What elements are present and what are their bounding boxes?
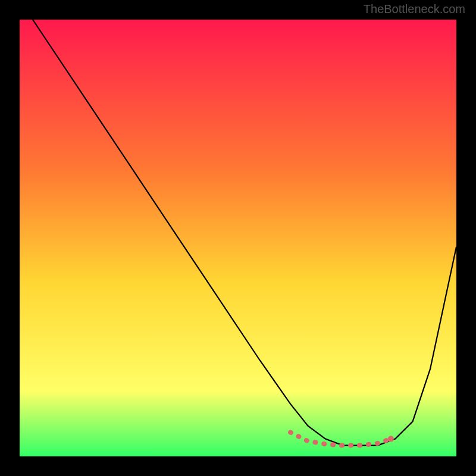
gradient-rect [20,20,456,456]
chart-svg [20,20,456,456]
highlight-end-dot [388,436,394,442]
watermark-text: TheBottleneck.com [364,2,465,16]
chart-plot-area [20,20,456,456]
